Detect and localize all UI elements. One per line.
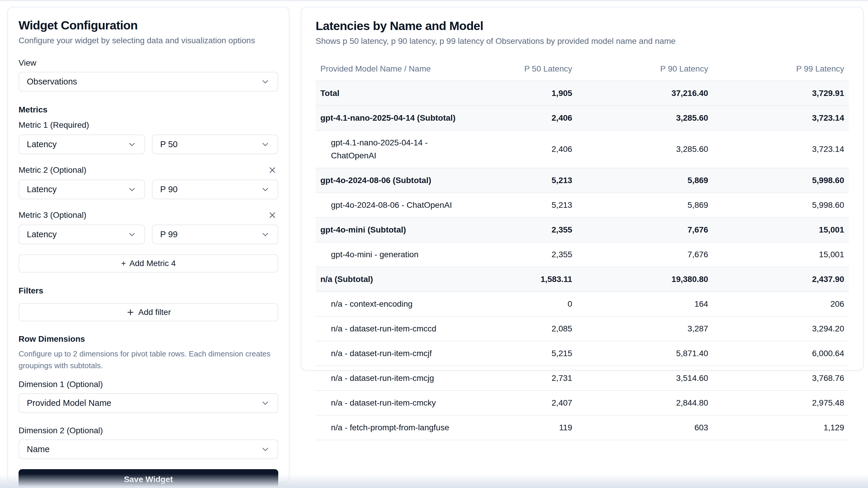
metric-2-measure-select[interactable]: Latency [19,180,145,199]
cell-p99: 5,998.60 [713,193,849,218]
cell-p50: 5,215 [465,341,577,366]
row-label: gpt-4.1-nano-2025-04-14 - ChatOpenAI [316,130,465,168]
cell-p90: 2,844.80 [577,391,713,415]
metric-1-header: Metric 1 (Required) [19,120,278,130]
cell-p50: 2,731 [465,366,577,391]
metric-2-label: Metric 2 (Optional) [19,165,86,175]
cell-p90: 5,869 [577,193,713,218]
column-header-p90: P 90 Latency [577,59,713,81]
page: Widget Configuration Configure your widg… [0,0,868,488]
table-header-row: Provided Model Name / Name P 50 Latency … [316,59,849,81]
cell-p50: 2,085 [465,316,577,341]
metrics-heading: Metrics [19,105,278,115]
cell-p99: 2,975.48 [713,391,849,415]
cell-p99: 3,768.76 [713,366,849,391]
cell-p90: 603 [577,415,713,440]
table-row: Total1,90537,216.403,729.91 [316,81,849,106]
add-filter-button[interactable]: Add filter [19,303,278,321]
view-label: View [19,58,278,68]
table-row: gpt-4o-mini (Subtotal)2,3557,67615,001 [316,218,849,242]
chevron-down-icon [127,230,136,239]
add-metric-label: Add Metric 4 [129,259,176,268]
widget-configuration-panel: Widget Configuration Configure your widg… [7,7,289,483]
config-panel-subtitle: Configure your widget by selecting data … [19,36,278,45]
metric-3-header: Metric 3 (Optional) [19,210,278,221]
row-label: n/a - dataset-run-item-cmcjf [316,341,465,366]
cell-p99: 2,437.90 [713,267,849,292]
filters-heading: Filters [19,286,278,295]
chevron-down-icon [260,445,270,454]
table-row: gpt-4.1-nano-2025-04-14 (Subtotal)2,4063… [316,106,849,130]
cell-p90: 7,676 [577,218,713,242]
metric-2-remove-button[interactable] [267,165,278,175]
cell-p99: 15,001 [713,242,849,267]
table-row: n/a - dataset-run-item-cmccd2,0853,2873,… [316,316,849,341]
metric-2-measure-value: Latency [27,185,57,194]
chevron-down-icon [127,140,136,149]
metric-3-aggregation-value: P 99 [160,230,178,239]
dimension-1-select[interactable]: Provided Model Name [19,393,278,413]
table-row: n/a - dataset-run-item-cmcjg2,7313,514.6… [316,366,849,391]
dimension-2-select[interactable]: Name [19,440,278,459]
cell-p50: 2,406 [465,130,577,168]
view-select[interactable]: Observations [19,72,278,92]
cell-p50: 1,905 [465,81,577,106]
cell-p50: 2,406 [465,106,577,130]
table-row: gpt-4o-2024-08-06 (Subtotal)5,2135,8695,… [316,168,849,193]
table-row: n/a - dataset-run-item-cmcjf5,2155,871.4… [316,341,849,366]
metric-3-remove-button[interactable] [267,210,278,221]
table-row: n/a (Subtotal)1,583.1119,380.802,437.90 [316,267,849,292]
widget-preview-panel: Latencies by Name and Model Shows p 50 l… [301,7,864,370]
cell-p90: 3,514.60 [577,366,713,391]
cell-p90: 3,285.60 [577,130,713,168]
metric-2-aggregation-select[interactable]: P 90 [152,180,278,199]
table-row: n/a - fetch-prompt-from-langfuse1196031,… [316,415,849,440]
save-widget-button[interactable]: Save Widget [19,469,278,488]
column-header-name: Provided Model Name / Name [316,59,465,81]
row-dimensions-heading: Row Dimensions [19,334,278,344]
row-label: n/a - context-encoding [316,292,465,316]
metric-1-measure-select[interactable]: Latency [19,134,145,154]
cell-p99: 3,723.14 [713,130,849,168]
chevron-down-icon [127,185,136,194]
metric-3-measure-select[interactable]: Latency [19,225,145,244]
column-header-p50: P 50 Latency [465,59,577,81]
metric-3-measure-value: Latency [27,230,57,239]
cell-p90: 37,216.40 [577,81,713,106]
dimension-2-value: Name [27,445,50,454]
row-label: gpt-4o-2024-08-06 (Subtotal) [316,168,465,193]
cell-p90: 5,871.40 [577,341,713,366]
metric-3-aggregation-select[interactable]: P 99 [152,225,278,244]
metric-3-label: Metric 3 (Optional) [19,210,86,220]
cell-p90: 3,285.60 [577,106,713,130]
metric-2-aggregation-value: P 90 [160,185,178,194]
row-label: gpt-4o-mini (Subtotal) [316,218,465,242]
view-select-value: Observations [27,77,77,87]
metric-3-row: Latency P 99 [19,225,278,244]
metric-2-header: Metric 2 (Optional) [19,165,278,175]
cell-p50: 2,355 [465,242,577,267]
x-icon [268,210,277,220]
metric-1-aggregation-select[interactable]: P 50 [152,134,278,154]
cell-p99: 6,000.64 [713,341,849,366]
cell-p90: 19,380.80 [577,267,713,292]
metric-1-measure-value: Latency [27,139,57,149]
add-metric-button[interactable]: + Add Metric 4 [19,254,278,272]
dimension-1-label: Dimension 1 (Optional) [19,380,278,389]
metric-1-row: Latency P 50 [19,134,278,154]
add-filter-label: Add filter [138,307,171,317]
chevron-down-icon [260,185,270,194]
row-label: n/a - dataset-run-item-cmcjg [316,366,465,391]
latency-table-body: Total1,90537,216.403,729.91gpt-4.1-nano-… [316,81,849,440]
row-dimensions-description: Configure up to 2 dimensions for pivot t… [19,348,278,371]
dimension-1-value: Provided Model Name [27,398,111,408]
cell-p50: 1,583.11 [465,267,577,292]
cell-p50: 5,213 [465,168,577,193]
cell-p50: 2,407 [465,391,577,415]
row-label: gpt-4o-mini - generation [316,242,465,267]
column-header-p99: P 99 Latency [713,59,849,81]
metric-1-aggregation-value: P 50 [160,139,178,149]
config-panel-title: Widget Configuration [19,19,278,32]
cell-p50: 2,355 [465,218,577,242]
cell-p90: 164 [577,292,713,316]
